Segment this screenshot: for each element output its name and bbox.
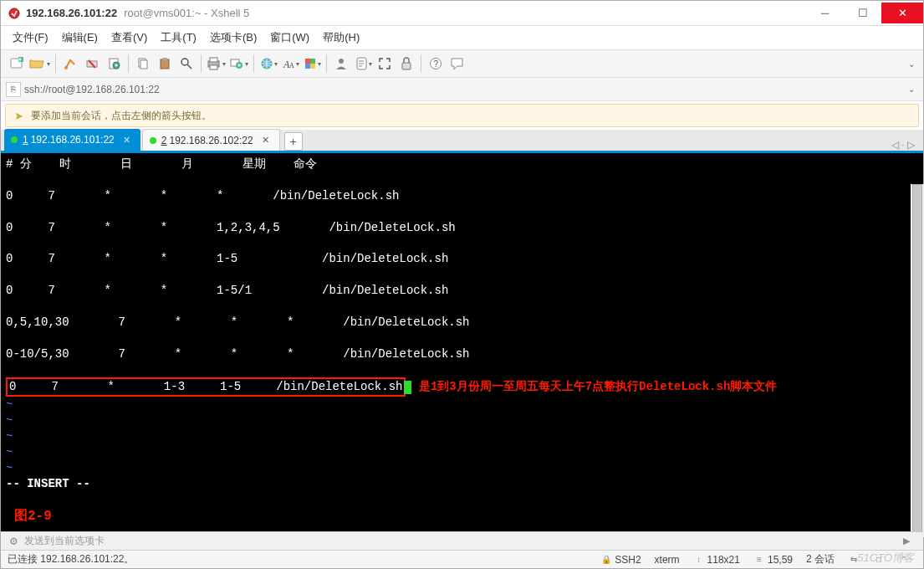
new-tab-button[interactable]: + <box>284 132 303 151</box>
status-dot-icon <box>150 137 156 144</box>
svg-rect-21 <box>305 59 310 64</box>
print-icon[interactable]: ▾ <box>207 54 226 74</box>
menu-edit[interactable]: 编辑(E) <box>57 28 103 48</box>
toolbar-sep <box>253 54 254 73</box>
toolbar-overflow[interactable]: ⌄ <box>905 59 918 69</box>
copy-icon[interactable] <box>134 54 152 74</box>
toolbar-sep <box>421 54 421 73</box>
xftp-icon[interactable]: ▾ <box>229 54 248 74</box>
send-bar: ⚙ 发送到当前选项卡 ▶ <box>1 531 923 550</box>
font-icon[interactable]: AA▾ <box>281 54 299 74</box>
cron-row: 0-10/5,30 7 * * * /bin/DeleteLock.sh <box>6 347 470 361</box>
terminal[interactable]: # 分 时 日 月 星期 命令 0 7 * * * /bin/DeleteLoc… <box>1 153 923 531</box>
tilde: ~ <box>6 413 13 427</box>
menu-tabs[interactable]: 选项卡(B) <box>205 28 262 48</box>
menu-help[interactable]: 帮助(H) <box>318 28 365 48</box>
send-input[interactable]: 发送到当前选项卡 <box>24 534 903 548</box>
menu-bar: 文件(F) 编辑(E) 查看(V) 工具(T) 选项卡(B) 窗口(W) 帮助(… <box>1 26 923 49</box>
svg-rect-24 <box>310 64 315 69</box>
svg-point-7 <box>115 64 118 67</box>
properties-icon[interactable] <box>105 54 123 74</box>
svg-text:?: ? <box>434 59 439 69</box>
globe-icon[interactable]: ▾ <box>259 54 278 74</box>
send-icon[interactable]: ▶ <box>903 536 918 546</box>
toolbar-sep <box>201 54 202 73</box>
minimize-button[interactable]: ─ <box>806 3 844 23</box>
help-icon[interactable]: ? <box>426 54 445 74</box>
watermark: 51CTO博客 <box>857 551 914 566</box>
status-bar: 已连接 192.168.26.101:22。 🔒SSH2 xterm ↕118x… <box>1 550 923 568</box>
pos-icon: ≡ <box>753 554 765 566</box>
svg-rect-10 <box>161 59 169 69</box>
fullscreen-icon[interactable] <box>375 54 394 74</box>
cron-row: 0 7 * * 1,2,3,4,5 /bin/DeleteLock.sh <box>6 221 456 234</box>
vertical-scrollbar[interactable] <box>911 184 924 537</box>
close-button[interactable]: ✕ <box>881 3 923 23</box>
menu-file[interactable]: 文件(F) <box>8 28 54 48</box>
svg-rect-23 <box>305 64 310 69</box>
menu-tool[interactable]: 工具(T) <box>156 28 202 48</box>
open-folder-icon[interactable]: ▾ <box>29 54 50 74</box>
app-icon <box>8 7 21 20</box>
status-pos: ≡15,59 <box>753 554 793 566</box>
svg-rect-15 <box>210 65 217 69</box>
lock-icon: 🔒 <box>600 554 612 566</box>
status-ssh: 🔒SSH2 <box>600 554 641 566</box>
toolbar-sep <box>326 54 327 73</box>
new-session-icon[interactable] <box>8 54 26 74</box>
svg-point-3 <box>64 66 68 69</box>
menu-window[interactable]: 窗口(W) <box>265 28 314 48</box>
feedback-icon[interactable] <box>448 54 467 74</box>
title-bar: 192.168.26.101:22 root@vms001:~ - Xshell… <box>1 1 923 26</box>
status-dot-icon <box>11 136 18 143</box>
svg-point-25 <box>339 59 344 64</box>
menu-view[interactable]: 查看(V) <box>106 28 152 48</box>
lock-icon[interactable] <box>397 54 416 74</box>
cursor-icon <box>404 381 411 394</box>
size-icon: ↕ <box>693 554 705 566</box>
hint-bar: ➤ 要添加当前会话，点击左侧的箭头按钮。 <box>5 104 919 127</box>
tab-close-icon[interactable]: ✕ <box>262 135 269 146</box>
status-size: ↕118x21 <box>693 554 740 566</box>
paste-icon[interactable] <box>156 54 174 74</box>
find-icon[interactable] <box>177 54 196 74</box>
reconnect-icon[interactable] <box>61 54 79 74</box>
tab-num: 1 <box>23 134 28 146</box>
tab-nav[interactable]: ◁ · ▷ <box>891 139 920 151</box>
toolbar-sep <box>128 54 129 73</box>
status-sessions: 2 会话 <box>806 552 835 566</box>
cron-row: 0 7 * * 1-5 /bin/DeleteLock.sh <box>6 252 448 265</box>
title-ip: 192.168.26.101:22 <box>26 7 117 19</box>
colorscheme-icon[interactable]: ▾ <box>303 54 321 74</box>
svg-rect-26 <box>402 63 411 69</box>
tab-label: 192.168.26.101:22 <box>31 134 115 146</box>
user-icon[interactable] <box>332 54 350 74</box>
script-icon[interactable]: ▾ <box>354 54 372 74</box>
svg-text:A: A <box>289 62 294 69</box>
svg-point-12 <box>181 59 188 65</box>
tab-close-icon[interactable]: ✕ <box>123 135 130 146</box>
disconnect-icon[interactable] <box>83 54 101 74</box>
tab-2[interactable]: 2 192.168.26.102:22 ✕ <box>142 129 280 151</box>
tilde: ~ <box>6 429 13 443</box>
hint-text: 要添加当前会话，点击左侧的箭头按钮。 <box>31 109 212 123</box>
address-dropdown[interactable]: ⌄ <box>905 85 918 94</box>
gear-icon[interactable]: ⚙ <box>6 534 21 549</box>
tilde: ~ <box>6 397 13 411</box>
scroll-thumb[interactable] <box>912 184 922 537</box>
toolbar: ▾ ▾ ▾ ▾ AA▾ ▾ ▾ ? ⌄ <box>1 49 923 78</box>
status-connection: 已连接 192.168.26.101:22。 <box>8 552 134 566</box>
toolbar-sep <box>55 54 56 73</box>
hint-arrow-icon[interactable]: ➤ <box>11 108 26 123</box>
maximize-button[interactable]: ☐ <box>844 3 881 23</box>
title-subtitle: root@vms001:~ - Xshell 5 <box>124 7 249 19</box>
cron-row: 0,5,10,30 7 * * * /bin/DeleteLock.sh <box>6 315 470 329</box>
app-window: 192.168.26.101:22 root@vms001:~ - Xshell… <box>0 0 924 569</box>
cron-header: # 分 时 日 月 星期 命令 <box>6 157 317 171</box>
window-buttons: ─ ☐ ✕ <box>806 3 923 23</box>
addr-leading-icon[interactable]: ⎘ <box>6 82 21 97</box>
tab-1[interactable]: 1 192.168.26.101:22 ✕ <box>4 129 140 151</box>
address-bar: ⎘ ssh://root@192.168.26.101:22 ⌄ <box>1 78 923 101</box>
tilde: ~ <box>6 445 13 459</box>
address-text[interactable]: ssh://root@192.168.26.101:22 <box>24 84 905 95</box>
